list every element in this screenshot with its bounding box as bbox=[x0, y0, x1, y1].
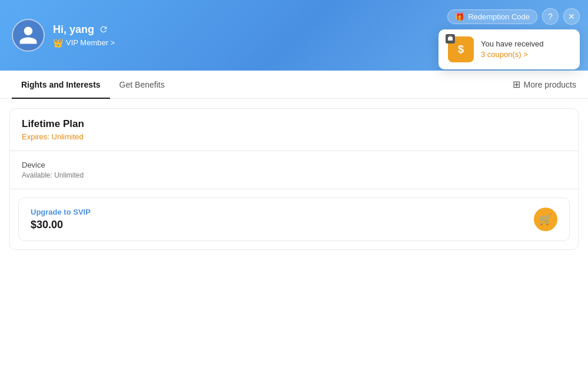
more-products-label: More products bbox=[524, 80, 576, 89]
plan-device: Device Available: Unlimited bbox=[10, 151, 578, 189]
redemption-code-button[interactable]: 🎁 Redemption Code bbox=[447, 9, 537, 24]
gift-icon: 🎁 bbox=[455, 12, 464, 21]
tabs: Rights and Interests Get Benefits ⊞ More… bbox=[0, 71, 588, 99]
plan-card: Lifetime Plan Expires: Unlimited Device … bbox=[9, 108, 579, 250]
coupon-text: You have received 3 coupon(s) > bbox=[481, 39, 544, 60]
crown-icon: 👑 bbox=[53, 38, 63, 48]
question-icon: ? bbox=[548, 12, 553, 21]
plan-header: Lifetime Plan Expires: Unlimited bbox=[10, 109, 578, 151]
coupon-small-icon bbox=[446, 34, 455, 44]
device-available: Available: Unlimited bbox=[22, 171, 566, 179]
cart-icon: 🛒 bbox=[539, 213, 552, 226]
upgrade-box[interactable]: Upgrade to SVIP $30.00 🛒 bbox=[18, 198, 570, 241]
coupon-count: 3 coupon(s) > bbox=[481, 50, 528, 59]
upgrade-label: Upgrade to bbox=[31, 208, 71, 216]
coupon-icon-wrapper: $ bbox=[448, 36, 474, 62]
redemption-label: Redemption Code bbox=[468, 12, 530, 21]
user-info: Hi, yang 👑 VIP Member > bbox=[53, 24, 115, 48]
tab2-label: Get Benefits bbox=[119, 80, 165, 89]
username-label: Hi, yang bbox=[53, 24, 94, 36]
upgrade-plan-label: SVIP bbox=[73, 208, 91, 216]
tab1-label: Rights and Interests bbox=[21, 80, 101, 89]
upgrade-text: Upgrade to SVIP bbox=[31, 208, 91, 216]
vip-label: VIP Member > bbox=[66, 38, 115, 47]
greeting-text: Hi, yang bbox=[53, 24, 115, 36]
grid-icon: ⊞ bbox=[513, 79, 520, 90]
coupon-received-label: You have received bbox=[481, 39, 544, 49]
tab-rights-and-interests[interactable]: Rights and Interests bbox=[12, 71, 110, 99]
svg-rect-0 bbox=[448, 37, 453, 41]
close-button[interactable]: ✕ bbox=[563, 8, 580, 25]
plan-name: Lifetime Plan bbox=[22, 118, 566, 130]
upgrade-price: $30.00 bbox=[31, 219, 91, 231]
coupon-dollar: $ bbox=[458, 44, 464, 56]
refresh-icon[interactable] bbox=[99, 25, 108, 34]
svg-rect-2 bbox=[451, 36, 452, 38]
close-icon: ✕ bbox=[568, 12, 575, 21]
header: Hi, yang 👑 VIP Member > 🎁 Redemption Cod… bbox=[0, 0, 588, 71]
more-products-button[interactable]: ⊞ More products bbox=[513, 79, 576, 90]
plan-expires: Expires: Unlimited bbox=[22, 132, 566, 141]
expires-value: Unlimited bbox=[52, 132, 84, 141]
expires-label: Expires: bbox=[22, 132, 49, 141]
add-to-cart-button[interactable]: 🛒 bbox=[534, 208, 557, 231]
coupon-popup[interactable]: $ You have received 3 coupon(s) > bbox=[438, 29, 580, 69]
header-actions: 🎁 Redemption Code ? ✕ bbox=[447, 8, 580, 25]
vip-badge[interactable]: 👑 VIP Member > bbox=[53, 38, 115, 48]
svg-rect-1 bbox=[449, 36, 450, 38]
main-content: Rights and Interests Get Benefits ⊞ More… bbox=[0, 71, 588, 374]
tab-get-benefits[interactable]: Get Benefits bbox=[110, 71, 174, 99]
device-label: Device bbox=[22, 161, 566, 169]
upgrade-info: Upgrade to SVIP $30.00 bbox=[31, 208, 91, 231]
avatar bbox=[12, 19, 45, 52]
help-button[interactable]: ? bbox=[542, 8, 559, 25]
